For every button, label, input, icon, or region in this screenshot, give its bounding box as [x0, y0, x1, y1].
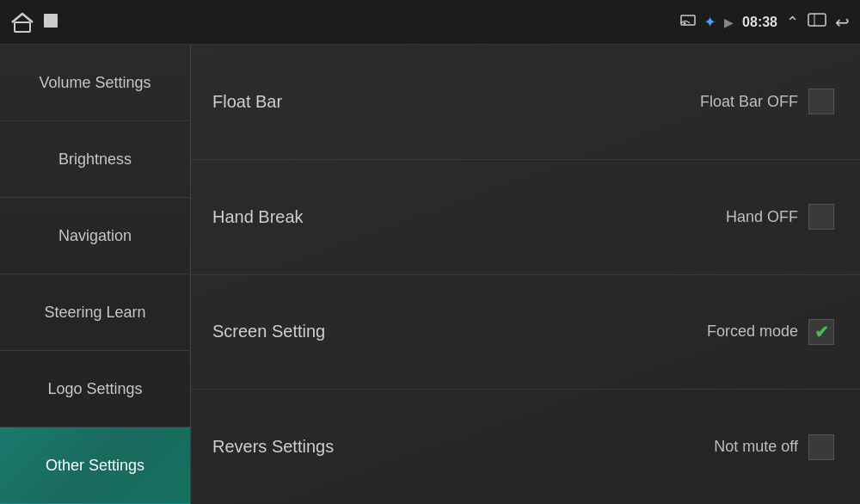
settings-row-screen-setting: Screen SettingForced mode	[191, 275, 860, 390]
status-bar-left	[10, 12, 58, 33]
checkbox-hand-break[interactable]	[808, 204, 834, 230]
sidebar-item-navigation[interactable]: Navigation	[0, 198, 190, 274]
svg-point-3	[684, 22, 686, 25]
settings-row-float-bar: Float BarFloat Bar OFF	[191, 45, 860, 160]
sidebar-item-other-settings[interactable]: Other Settings	[0, 427, 190, 504]
settings-row-revers-settings: Revers SettingsNot mute off	[191, 390, 860, 504]
svg-rect-4	[808, 14, 826, 26]
setting-label-hand-break: Hand Break	[212, 207, 304, 227]
home-icon[interactable]	[10, 12, 34, 33]
sidebar: Volume SettingsBrightnessNavigationSteer…	[0, 45, 191, 504]
back-icon[interactable]: ↩	[835, 12, 850, 33]
setting-label-revers-settings: Revers Settings	[212, 437, 334, 457]
setting-label-screen-setting: Screen Setting	[212, 322, 325, 341]
status-time: 08:38	[742, 15, 777, 30]
sidebar-item-logo-settings[interactable]: Logo Settings	[0, 351, 190, 427]
setting-value-text-float-bar: Float Bar OFF	[700, 93, 798, 111]
main-layout: Volume SettingsBrightnessNavigationSteer…	[0, 45, 860, 504]
status-bar-right: ✦ ▶ 08:38 ⌃ ↩	[680, 12, 850, 33]
settings-row-hand-break: Hand BreakHand OFF	[191, 160, 860, 275]
setting-value-group-screen-setting: Forced mode	[707, 319, 834, 345]
setting-value-group-hand-break: Hand OFF	[726, 204, 834, 230]
sidebar-item-steering-learn[interactable]: Steering Learn	[0, 274, 190, 351]
content-area: Float BarFloat Bar OFFHand BreakHand OFF…	[191, 45, 860, 504]
nav-up-icon[interactable]: ⌃	[786, 13, 799, 32]
setting-value-text-screen-setting: Forced mode	[707, 323, 798, 341]
square-icon[interactable]	[43, 13, 58, 32]
setting-value-group-float-bar: Float Bar OFF	[700, 89, 834, 114]
sidebar-item-brightness[interactable]: Brightness	[0, 121, 190, 198]
status-bar: ✦ ▶ 08:38 ⌃ ↩	[0, 0, 860, 45]
checkbox-screen-setting[interactable]	[808, 319, 834, 345]
bluetooth-icon: ✦	[704, 15, 716, 30]
nav-menu-icon[interactable]	[808, 13, 826, 31]
checkbox-revers-settings[interactable]	[808, 434, 834, 460]
setting-label-float-bar: Float Bar	[212, 92, 282, 112]
setting-value-text-hand-break: Hand OFF	[726, 208, 798, 226]
sidebar-item-volume-settings[interactable]: Volume Settings	[0, 45, 190, 121]
signal-bars-icon: ▶	[724, 15, 734, 29]
setting-value-group-revers-settings: Not mute off	[714, 434, 834, 460]
setting-value-text-revers-settings: Not mute off	[714, 438, 798, 456]
svg-rect-2	[681, 15, 695, 25]
checkbox-float-bar[interactable]	[808, 89, 834, 114]
svg-rect-1	[44, 14, 58, 28]
cast-icon	[680, 15, 696, 29]
svg-rect-0	[15, 22, 30, 32]
